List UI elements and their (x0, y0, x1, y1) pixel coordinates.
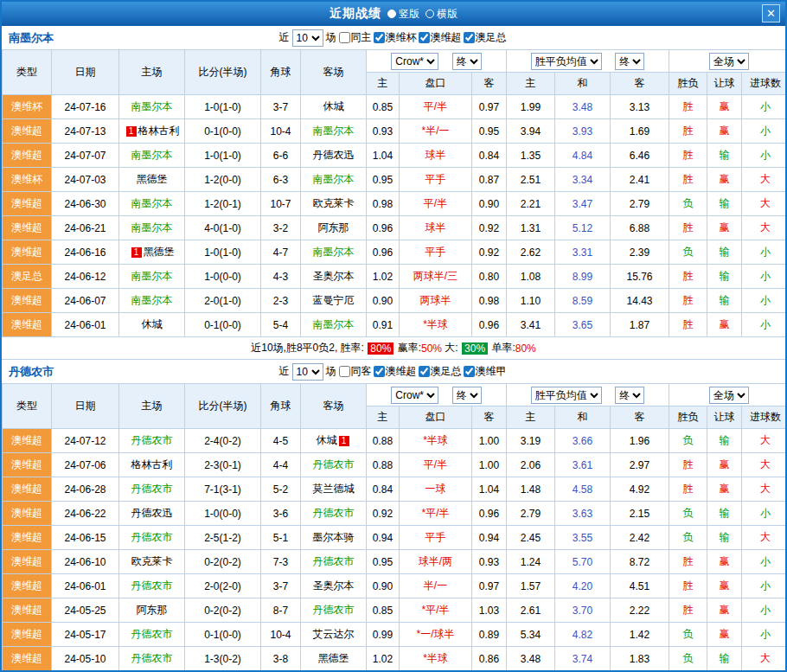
filter-checkbox-input[interactable] (374, 32, 385, 43)
away-team[interactable]: 艾云达尔 (301, 623, 367, 647)
filter-checkbox[interactable]: 澳维超 (374, 364, 417, 379)
away-team-name[interactable]: 圣奥尔本 (313, 579, 355, 592)
filter-checkbox[interactable]: 澳维超 (419, 30, 462, 45)
filter-checkbox-input[interactable] (339, 32, 350, 43)
asian-final-select[interactable]: 终 (452, 53, 482, 70)
filter-checkbox-input[interactable] (419, 32, 430, 43)
euro-final-select[interactable]: 终 (615, 53, 644, 70)
home-team[interactable]: 南墨尔本 (119, 289, 185, 313)
home-team[interactable]: 休城 (119, 313, 185, 337)
filter-checkbox-input[interactable] (464, 366, 475, 377)
away-team[interactable]: 南墨尔本 (301, 240, 367, 265)
away-team-name[interactable]: 欧克莱卡 (313, 197, 355, 209)
away-team-name[interactable]: 艾云达尔 (313, 628, 355, 640)
home-team-name[interactable]: 南墨尔本 (131, 149, 173, 161)
filter-checkbox-input[interactable] (374, 366, 385, 377)
away-team[interactable]: 圣奥尔本 (301, 265, 367, 289)
home-team[interactable]: 1格林古利 (119, 119, 185, 144)
home-team[interactable]: 丹德农市 (119, 574, 185, 598)
team-name[interactable]: 南墨尔本 (9, 30, 54, 46)
home-team-name[interactable]: 黑德堡 (144, 246, 175, 258)
match-count-select[interactable]: 10 (292, 29, 323, 47)
home-team[interactable]: 格林古利 (119, 453, 185, 477)
scope-select[interactable]: 全场 (709, 53, 749, 70)
filter-checkbox-input[interactable] (419, 366, 430, 377)
filter-checkbox[interactable]: 同主 (339, 30, 372, 45)
away-team-name[interactable]: 南墨尔本 (313, 125, 355, 137)
home-team[interactable]: 黑德堡 (119, 168, 185, 192)
home-team-name[interactable]: 丹德农市 (131, 652, 173, 664)
away-team[interactable]: 南墨尔本 (301, 168, 367, 192)
away-team[interactable]: 丹德农市 (301, 453, 367, 477)
away-team-name[interactable]: 圣奥尔本 (313, 270, 355, 282)
home-team-name[interactable]: 南墨尔本 (131, 197, 173, 209)
home-team[interactable]: 阿东那 (119, 598, 185, 623)
layout-radio-vertical[interactable]: 竖版 (387, 7, 419, 22)
away-team[interactable]: 丹德农市 (301, 502, 367, 526)
home-team-name[interactable]: 丹德农市 (131, 628, 173, 640)
odds-source-select[interactable]: Crow* (391, 53, 438, 70)
home-team-name[interactable]: 南墨尔本 (131, 100, 173, 112)
filter-checkbox[interactable]: 澳足总 (419, 364, 462, 379)
home-team-name[interactable]: 南墨尔本 (131, 270, 173, 282)
away-team[interactable]: 南墨尔本 (301, 119, 367, 144)
home-team[interactable]: 欧克莱卡 (119, 550, 185, 574)
home-team-name[interactable]: 阿东那 (137, 604, 168, 616)
match-count-select[interactable]: 10 (292, 363, 323, 381)
away-team[interactable]: 休城1 (301, 429, 367, 453)
filter-checkbox[interactable]: 同客 (339, 364, 372, 379)
away-team[interactable]: 蓝曼宁厄 (301, 289, 367, 313)
home-team[interactable]: 南墨尔本 (119, 95, 185, 119)
away-team[interactable]: 南墨尔本 (301, 313, 367, 337)
home-team[interactable]: 丹德农市 (119, 623, 185, 647)
home-team-name[interactable]: 丹德农市 (131, 531, 173, 543)
filter-checkbox-input[interactable] (339, 366, 350, 377)
home-team-name[interactable]: 南墨尔本 (131, 294, 173, 306)
home-team-name[interactable]: 黑德堡 (137, 173, 168, 185)
away-team[interactable]: 黑德堡 (301, 647, 367, 671)
away-team[interactable]: 休城 (301, 95, 367, 119)
home-team-name[interactable]: 格林古利 (131, 458, 173, 470)
away-team-name[interactable]: 休城 (323, 100, 344, 112)
away-team-name[interactable]: 莫兰德城 (313, 483, 355, 495)
away-team[interactable]: 欧克莱卡 (301, 192, 367, 216)
home-team-name[interactable]: 丹德农市 (131, 483, 173, 495)
home-team[interactable]: 丹德农市 (119, 429, 185, 453)
away-team-name[interactable]: 休城 (317, 434, 337, 446)
filter-checkbox[interactable]: 澳足总 (464, 30, 507, 45)
away-team[interactable]: 墨尔本骑 (301, 526, 367, 550)
layout-radio-horizontal[interactable]: 横版 (425, 7, 457, 22)
home-team[interactable]: 丹德农市 (119, 477, 185, 502)
home-team-name[interactable]: 欧克莱卡 (131, 555, 173, 567)
away-team[interactable]: 阿东那 (301, 216, 367, 240)
away-team-name[interactable]: 丹德农迅 (313, 149, 355, 161)
home-team-name[interactable]: 丹德农市 (131, 579, 173, 592)
away-team-name[interactable]: 丹德农市 (313, 555, 355, 567)
home-team[interactable]: 1黑德堡 (119, 240, 185, 265)
away-team-name[interactable]: 南墨尔本 (313, 173, 355, 185)
away-team-name[interactable]: 丹德农市 (313, 458, 355, 470)
home-team-name[interactable]: 休城 (142, 318, 163, 330)
radio-unselected-icon[interactable] (425, 10, 434, 18)
home-team[interactable]: 南墨尔本 (119, 192, 185, 216)
away-team-name[interactable]: 蓝曼宁厄 (313, 294, 355, 306)
away-team[interactable]: 丹德农市 (301, 550, 367, 574)
euro-final-select[interactable]: 终 (615, 387, 644, 404)
home-team-name[interactable]: 丹德农迅 (131, 507, 173, 519)
away-team[interactable]: 丹德农迅 (301, 144, 367, 168)
radio-selected-icon[interactable] (387, 10, 396, 18)
away-team[interactable]: 莫兰德城 (301, 477, 367, 502)
away-team-name[interactable]: 丹德农市 (313, 507, 355, 519)
filter-checkbox-input[interactable] (464, 32, 475, 43)
home-team[interactable]: 南墨尔本 (119, 265, 185, 289)
home-team-name[interactable]: 南墨尔本 (131, 221, 173, 234)
team-name[interactable]: 丹德农市 (9, 364, 54, 380)
away-team-name[interactable]: 南墨尔本 (313, 318, 355, 330)
filter-checkbox[interactable]: 澳维甲 (464, 364, 507, 379)
away-team-name[interactable]: 阿东那 (318, 221, 349, 234)
away-team[interactable]: 圣奥尔本 (301, 574, 367, 598)
close-icon[interactable]: ✕ (762, 4, 780, 22)
away-team-name[interactable]: 墨尔本骑 (313, 531, 355, 543)
euro-avg-select[interactable]: 胜平负均值 (531, 53, 602, 70)
home-team-name[interactable]: 格林古利 (138, 125, 180, 137)
